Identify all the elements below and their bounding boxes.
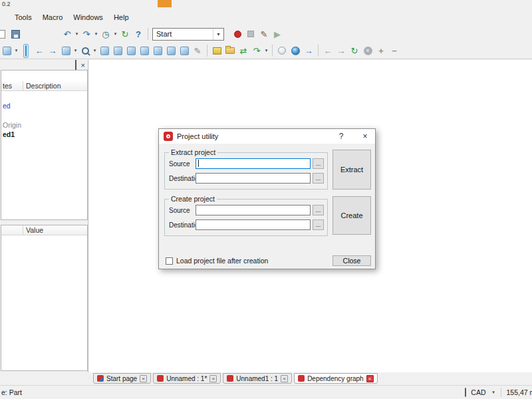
menu-help[interactable]: Help [108,11,134,23]
view-bottom-icon[interactable] [164,43,178,58]
extract-destination-input[interactable] [196,173,311,184]
whats-this-icon[interactable]: ? [132,27,145,41]
link-export-icon[interactable]: ↷ [250,43,263,58]
menu-macro[interactable]: Macro [37,11,68,23]
tab-label: Start page [106,375,137,382]
tree-column-headers: tes Description [1,81,87,91]
nav-cube-dropdown-icon[interactable]: ▾ [13,48,19,53]
create-project-group: Create project Source ... Destination ..… [164,199,328,236]
refresh-icon[interactable]: ↻ [118,27,132,41]
text-caret [198,160,199,167]
view-front-icon[interactable] [111,43,124,58]
macro-edit-icon[interactable]: ✎ [257,27,271,41]
view-right-icon[interactable] [138,43,151,58]
tab-close-icon[interactable]: × [209,375,217,382]
fit-all-icon[interactable] [19,43,33,58]
tree-item-document[interactable]: ed [1,101,87,110]
nav-back-icon[interactable]: ← [321,43,334,58]
tree-list: ed Origin ed1 [1,91,87,139]
tab-start-page[interactable]: Start page × [93,373,151,384]
create-source-browse-button[interactable]: ... [313,205,324,215]
tree-item-active-document[interactable]: ed1 [1,130,87,139]
workbench-selector-value: Start [156,30,213,38]
redo-icon[interactable]: ↷ [80,27,93,41]
close-button[interactable]: Close [332,255,371,266]
extract-project-group: Extract project Source ... Destination .… [164,152,328,190]
toolbar-view-navigation: ▾ ← → ▾ ▾ ✎ ⇄ ↷ ▾ → ← → ↻ × + − [0,43,532,59]
create-button[interactable]: Create [332,196,371,235]
tab-unnamed1-1[interactable]: Unnamed1 : 1 × [223,373,292,384]
menu-windows[interactable]: Windows [68,11,108,23]
measure-icon[interactable]: ✎ [191,43,204,58]
stop-icon[interactable]: × [361,43,374,58]
sphere-icon[interactable] [275,43,289,58]
recent-files-icon[interactable]: ◷ [99,27,112,41]
extract-group-title: Extract project [169,148,217,156]
window-title-fragment: 0.2 [2,1,11,7]
macro-play-icon[interactable]: ▶ [271,27,284,41]
part-icon[interactable] [210,43,223,58]
nav-forward-icon[interactable]: → [334,43,348,58]
nav-cube-icon[interactable] [0,43,13,58]
nav-style-value[interactable]: CAD [471,388,485,396]
tree-toolbar-row [1,70,87,81]
link-dropdown-icon[interactable]: ▾ [263,48,269,53]
recent-dropdown-icon[interactable]: ▾ [112,31,118,37]
view-rear-icon[interactable] [151,43,164,58]
undo-icon[interactable]: ↶ [61,27,74,41]
tab-label: Unnamed : 1* [166,375,207,382]
view-isometric-icon[interactable] [98,43,111,58]
extract-button[interactable]: Extract [332,150,371,190]
left-dock-panel: × tes Description ed Origin ed1 Value [0,60,88,372]
view-back-icon[interactable]: ← [33,43,46,58]
zoom-icon[interactable] [78,43,92,58]
reload-icon[interactable]: ↻ [348,43,361,58]
open-start-icon[interactable]: → [302,43,315,58]
dialog-close-icon[interactable]: × [355,132,375,141]
zoom-dropdown-icon[interactable]: ▾ [92,48,98,53]
undo-dropdown-icon[interactable]: ▾ [74,31,80,37]
view-top-icon[interactable] [124,43,138,58]
tab-close-icon[interactable]: × [140,375,147,382]
link-icon[interactable]: ⇄ [237,43,250,58]
draw-style-dropdown-icon[interactable]: ▾ [72,48,78,53]
extract-destination-browse-button[interactable]: ... [313,173,324,184]
load-project-checkbox[interactable] [166,257,173,265]
tab-label: Dependency graph [307,375,364,382]
new-document-icon[interactable] [0,27,9,41]
zoom-out-icon[interactable]: − [388,43,401,58]
workbench-selector[interactable]: Start ▾ [152,28,224,41]
zoom-in-icon[interactable]: + [374,43,388,58]
view-left-icon[interactable] [178,43,191,58]
menu-bar: Tools Macro Windows Help [0,9,532,25]
menu-tools[interactable]: Tools [9,11,37,23]
create-destination-browse-button[interactable]: ... [313,219,324,230]
web-icon[interactable] [289,43,302,58]
redo-dropdown-icon[interactable]: ▾ [93,31,99,37]
tree-item-origin[interactable]: Origin [1,120,87,130]
create-destination-label: Destination [169,221,196,229]
create-destination-input[interactable] [196,219,311,230]
mdi-tab-bar: Start page × Unnamed : 1* × Unnamed1 : 1… [89,373,532,384]
close-panel-icon[interactable]: × [81,63,85,68]
dialog-help-button[interactable]: ? [331,132,351,141]
property-column-value: Value [23,226,87,234]
draw-style-icon[interactable] [59,43,72,58]
tab-close-icon[interactable]: × [366,375,374,382]
float-panel-icon[interactable] [75,61,76,69]
nav-style-dropdown-icon[interactable]: ▾ [490,390,496,395]
create-source-input[interactable] [196,205,311,215]
save-icon[interactable] [9,27,22,41]
extract-source-input[interactable] [196,158,311,169]
property-column-headers: Value [1,225,87,235]
tab-close-icon[interactable]: × [281,375,288,382]
open-folder-icon[interactable] [223,43,237,58]
toolbar-file-macro: ↶ ▾ ↷ ▾ ◷ ▾ ↻ ? Start ▾ ✎ ▶ [0,25,532,43]
macro-record-icon[interactable] [231,27,244,41]
tab-dependency-graph[interactable]: Dependency graph × [294,373,378,384]
tree-column-attributes: tes [1,81,23,90]
workbench-dropdown-icon[interactable]: ▾ [213,29,223,40]
tab-unnamed-1[interactable]: Unnamed : 1* × [153,373,221,384]
view-forward-icon[interactable]: → [46,43,59,58]
extract-source-browse-button[interactable]: ... [313,158,324,169]
